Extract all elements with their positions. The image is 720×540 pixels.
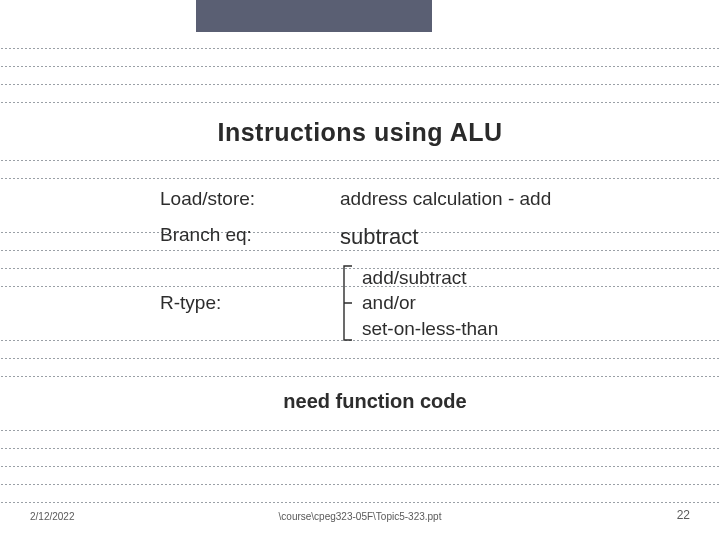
content-area: Load/store: address calculation - add Br… (160, 188, 680, 356)
rtype-line-2: and/or (362, 290, 498, 316)
rtype-lines: add/subtract and/or set-on-less-than (362, 265, 498, 342)
row-loadstore: Load/store: address calculation - add (160, 188, 680, 210)
rtype-block: add/subtract and/or set-on-less-than (340, 264, 498, 342)
label-branch: Branch eq: (160, 224, 340, 246)
slide-title: Instructions using ALU (0, 118, 720, 147)
value-branch: subtract (340, 224, 680, 250)
rtype-line-3: set-on-less-than (362, 316, 498, 342)
label-rtype: R-type: (160, 292, 340, 314)
row-rtype: R-type: add/subtract and/or set-on-less-… (160, 264, 680, 342)
need-function-code: need function code (0, 390, 720, 413)
label-loadstore: Load/store: (160, 188, 340, 210)
rtype-line-1: add/subtract (362, 265, 498, 291)
bracket-icon (340, 264, 354, 342)
value-loadstore: address calculation - add (340, 188, 680, 210)
footer-path: \course\cpeg323-05F\Topic5-323.ppt (0, 511, 720, 522)
footer-page-number: 22 (677, 508, 690, 522)
row-branch: Branch eq: subtract (160, 224, 680, 250)
header-band (196, 0, 432, 32)
